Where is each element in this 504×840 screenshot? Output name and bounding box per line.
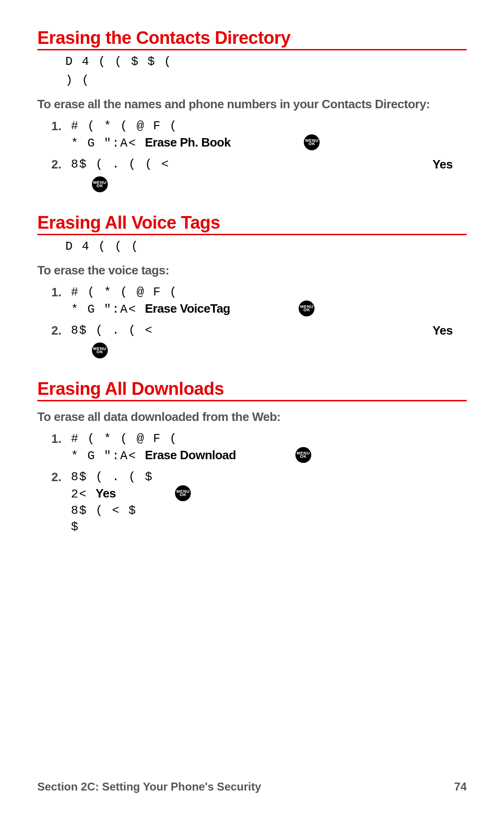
step-text: # ( * ( @ F ( [71, 119, 178, 133]
step-text: 8$ ( . ( ( < [71, 157, 169, 171]
step-body: 8$ ( . ( $ 2< Yes MENUOK 8$ ( < $ $ [71, 469, 467, 535]
step-text: 2< [71, 487, 96, 501]
yes-label: Yes [96, 486, 116, 500]
step-row: 2. 8$ ( . ( ( < Yes [37, 156, 467, 173]
menu-ok-icon: MENUOK [92, 176, 108, 192]
step-body: 8$ ( . ( ( < Yes [71, 156, 467, 173]
intro-text: D 4 ( ( ( [37, 239, 467, 255]
step-body: # ( * ( @ F ( * G ":A< Erase Ph. Book ME… [71, 118, 467, 152]
menu-ok-icon: MENUOK [295, 447, 311, 463]
sub-intro: To erase all the names and phone numbers… [37, 97, 467, 112]
menu-option-label: Erase Ph. Book [145, 135, 231, 149]
step-number: 1. [51, 431, 71, 447]
step-row: 1. # ( * ( @ F ( * G ":A< Erase Ph. Book… [37, 118, 467, 152]
step-text: 8$ ( . ( < [71, 323, 153, 337]
intro-text: ) ( [37, 73, 467, 89]
icon-line: MENUOK [37, 177, 467, 193]
heading-voicetags: Erasing All Voice Tags [37, 213, 467, 235]
step-number: 1. [51, 118, 71, 134]
step-row: 1. # ( * ( @ F ( * G ":A< Erase Download… [37, 431, 467, 464]
step-body: 8$ ( . ( < Yes [71, 322, 467, 339]
icon-line: MENUOK [37, 343, 467, 359]
step-text: * G ":A< [71, 302, 145, 316]
step-number: 2. [51, 469, 71, 485]
step-text: 8$ ( . ( $ [71, 470, 153, 484]
step-text: 8$ ( < $ [71, 504, 137, 518]
menu-option-label: Erase Download [145, 448, 236, 462]
page-footer: Section 2C: Setting Your Phone's Securit… [37, 780, 467, 793]
sub-intro: To erase the voice tags: [37, 263, 467, 278]
step-number: 2. [51, 156, 71, 173]
menu-ok-icon: MENUOK [175, 485, 191, 501]
page-number: 74 [454, 780, 467, 793]
intro-text: D 4 ( ( $ $ ( [37, 54, 467, 70]
step-text: $ [71, 520, 79, 534]
menu-ok-icon: MENUOK [92, 343, 108, 358]
yes-label: Yes [433, 322, 453, 339]
step-row: 2. 8$ ( . ( $ 2< Yes MENUOK 8$ ( < $ $ [37, 469, 467, 535]
menu-option-label: Erase VoiceTag [145, 301, 230, 315]
step-text: # ( * ( @ F ( [71, 432, 178, 446]
step-number: 2. [51, 322, 71, 339]
heading-contacts: Erasing the Contacts Directory [37, 28, 467, 50]
step-text: * G ":A< [71, 449, 145, 463]
footer-section-label: Section 2C: Setting Your Phone's Securit… [37, 780, 261, 793]
step-body: # ( * ( @ F ( * G ":A< Erase VoiceTag ME… [71, 284, 467, 318]
step-number: 1. [51, 284, 71, 301]
step-row: 1. # ( * ( @ F ( * G ":A< Erase VoiceTag… [37, 284, 467, 318]
step-text: # ( * ( @ F ( [71, 285, 178, 299]
step-row: 2. 8$ ( . ( < Yes [37, 322, 467, 339]
step-text: * G ":A< [71, 136, 145, 150]
sub-intro: To erase all data downloaded from the We… [37, 410, 467, 424]
step-body: # ( * ( @ F ( * G ":A< Erase Download ME… [71, 431, 467, 464]
menu-ok-icon: MENUOK [304, 134, 320, 150]
heading-downloads: Erasing All Downloads [37, 379, 467, 401]
yes-label: Yes [433, 156, 453, 173]
menu-ok-icon: MENUOK [299, 301, 315, 316]
